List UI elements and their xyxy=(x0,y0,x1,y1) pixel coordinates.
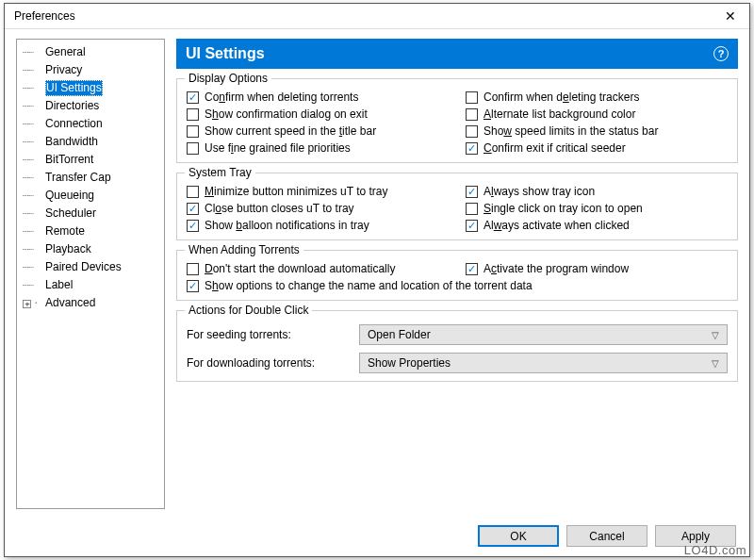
checkbox[interactable] xyxy=(187,108,199,121)
checkbox-label: Minimize button minimizes uT to tray xyxy=(205,185,388,198)
sidebar-item-label: Transfer Cap xyxy=(45,170,111,186)
group-when-adding-torrents: When Adding Torrents Don't start the dow… xyxy=(176,250,738,301)
checkbox-label: Close button closes uT to tray xyxy=(205,202,354,215)
panel-title: UI Settings xyxy=(186,45,265,62)
checkbox-row[interactable]: Single click on tray icon to open xyxy=(466,202,728,215)
group-legend: When Adding Torrents xyxy=(185,243,303,256)
checkbox-label: Show current speed in the title bar xyxy=(205,124,376,138)
help-icon[interactable]: ? xyxy=(713,46,729,61)
sidebar-item-privacy[interactable]: ┈┈Privacy xyxy=(19,61,162,79)
sidebar-item-bittorrent[interactable]: ┈┈BitTorrent xyxy=(19,151,162,169)
downloading-select[interactable]: Show Properties ▽ xyxy=(359,353,728,373)
checkbox-row[interactable]: ✓Always activate when clicked xyxy=(466,219,728,232)
sidebar-item-queueing[interactable]: ┈┈Queueing xyxy=(19,187,162,205)
checkbox-row[interactable]: ✓Confirm when deleting torrents xyxy=(187,91,449,104)
checkbox-label: Don't start the download automatically xyxy=(205,262,395,275)
tree-line-icon: ┈┈ xyxy=(23,206,43,222)
tree-line-icon: +· xyxy=(23,295,43,311)
sidebar-item-advanced[interactable]: +·Advanced xyxy=(19,294,162,312)
ok-button[interactable]: OK xyxy=(478,525,559,547)
sidebar-item-remote[interactable]: ┈┈Remote xyxy=(19,222,162,240)
checkbox-label: Confirm when deleting torrents xyxy=(205,91,358,104)
chevron-down-icon: ▽ xyxy=(712,358,719,369)
tree-line-icon: ┈┈ xyxy=(23,188,43,204)
sidebar-tree: ┈┈General┈┈Privacy┈┈UI Settings┈┈Directo… xyxy=(16,39,165,509)
sidebar-item-label: Queueing xyxy=(45,188,94,204)
checkbox-row[interactable]: ✓Show balloon notifications in tray xyxy=(187,219,449,232)
tree-line-icon: ┈┈ xyxy=(23,44,43,60)
checkbox[interactable] xyxy=(466,203,478,215)
sidebar-item-label: Label xyxy=(45,277,73,293)
tree-line-icon: ┈┈ xyxy=(23,259,43,275)
checkbox-label: Show options to change the name and loca… xyxy=(205,279,533,292)
group-actions-double-click: Actions for Double Click For seeding tor… xyxy=(176,310,738,382)
sidebar-item-label: Paired Devices xyxy=(45,259,122,275)
seeding-select[interactable]: Open Folder ▽ xyxy=(359,324,728,345)
seeding-label: For seeding torrents: xyxy=(187,328,350,341)
checkbox[interactable]: ✓ xyxy=(187,91,199,104)
checkbox[interactable]: ✓ xyxy=(466,186,478,198)
checkbox[interactable]: ✓ xyxy=(466,263,478,275)
checkbox-row[interactable]: Show speed limits in the status bar xyxy=(466,124,728,138)
sidebar-item-bandwidth[interactable]: ┈┈Bandwidth xyxy=(19,133,162,151)
sidebar-item-label[interactable]: ┈┈Label xyxy=(19,276,162,294)
checkbox-row[interactable]: Don't start the download automatically xyxy=(187,262,449,275)
sidebar-item-label: Directories xyxy=(45,98,99,114)
checkbox-label: Always show tray icon xyxy=(484,185,595,198)
tree-line-icon: ┈┈ xyxy=(23,80,43,96)
sidebar-item-ui-settings[interactable]: ┈┈UI Settings xyxy=(19,79,162,97)
group-legend: Actions for Double Click xyxy=(185,304,312,317)
checkbox-row[interactable]: ✓Confirm exit if critical seeder xyxy=(466,141,728,155)
sidebar-item-label: Scheduler xyxy=(45,206,96,222)
sidebar-item-label: UI Settings xyxy=(45,80,103,96)
sidebar-item-label: Remote xyxy=(45,223,85,239)
checkbox-row[interactable]: Alternate list background color xyxy=(466,107,728,121)
checkbox[interactable] xyxy=(466,91,478,104)
sidebar-item-directories[interactable]: ┈┈Directories xyxy=(19,97,162,115)
close-icon[interactable]: ✕ xyxy=(719,8,742,24)
tree-line-icon: ┈┈ xyxy=(23,62,43,78)
checkbox-row[interactable]: ✓Always show tray icon xyxy=(466,185,728,198)
chevron-down-icon: ▽ xyxy=(712,330,719,340)
checkbox-row[interactable]: ✓Show options to change the name and loc… xyxy=(187,279,728,292)
checkbox-row[interactable]: Minimize button minimizes uT to tray xyxy=(187,185,449,198)
cancel-button[interactable]: Cancel xyxy=(566,525,647,547)
sidebar-item-label: BitTorrent xyxy=(45,152,93,168)
checkbox[interactable]: ✓ xyxy=(466,220,478,232)
checkbox[interactable] xyxy=(187,125,199,138)
tree-line-icon: ┈┈ xyxy=(23,241,43,257)
window-title: Preferences xyxy=(14,9,75,23)
checkbox-row[interactable]: Show current speed in the title bar xyxy=(187,124,449,138)
checkbox[interactable] xyxy=(187,263,199,275)
checkbox[interactable] xyxy=(187,186,199,198)
tree-line-icon: ┈┈ xyxy=(23,134,43,150)
sidebar-item-transfer-cap[interactable]: ┈┈Transfer Cap xyxy=(19,169,162,187)
checkbox-row[interactable]: Use fine grained file priorities xyxy=(187,141,449,155)
sidebar-item-scheduler[interactable]: ┈┈Scheduler xyxy=(19,205,162,222)
sidebar-item-paired-devices[interactable]: ┈┈Paired Devices xyxy=(19,258,162,276)
checkbox[interactable]: ✓ xyxy=(187,280,199,292)
checkbox-label: Show balloon notifications in tray xyxy=(205,219,369,232)
checkbox-row[interactable]: Confirm when deleting trackers xyxy=(466,91,728,104)
tree-line-icon: ┈┈ xyxy=(23,98,43,114)
sidebar-item-connection[interactable]: ┈┈Connection xyxy=(19,115,162,133)
checkbox[interactable] xyxy=(466,108,478,121)
checkbox-row[interactable]: ✓Activate the program window xyxy=(466,262,728,275)
checkbox[interactable]: ✓ xyxy=(187,203,199,215)
checkbox[interactable] xyxy=(187,142,199,155)
checkbox-label: Use fine grained file priorities xyxy=(205,141,351,155)
checkbox-row[interactable]: Show confirmation dialog on exit xyxy=(187,107,449,121)
tree-line-icon: ┈┈ xyxy=(23,170,43,186)
checkbox-label: Always activate when clicked xyxy=(484,219,630,232)
expand-icon[interactable]: + xyxy=(23,300,31,308)
checkbox-row[interactable]: ✓Close button closes uT to tray xyxy=(187,202,449,215)
sidebar-item-playback[interactable]: ┈┈Playback xyxy=(19,240,162,258)
group-legend: System Tray xyxy=(185,166,255,179)
checkbox[interactable]: ✓ xyxy=(187,220,199,232)
checkbox-label: Activate the program window xyxy=(484,262,629,275)
preferences-window: Preferences ✕ ┈┈General┈┈Privacy┈┈UI Set… xyxy=(4,3,750,557)
sidebar-item-general[interactable]: ┈┈General xyxy=(19,43,162,61)
checkbox[interactable] xyxy=(466,125,478,138)
checkbox[interactable]: ✓ xyxy=(466,142,478,155)
window-body: ┈┈General┈┈Privacy┈┈UI Settings┈┈Directo… xyxy=(5,29,749,509)
